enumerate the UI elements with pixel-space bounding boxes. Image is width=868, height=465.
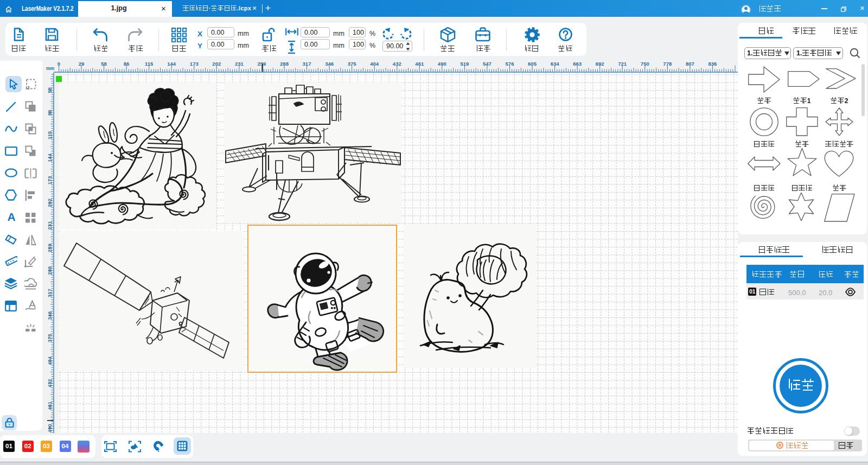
svg-text:461: 461 [47,401,53,410]
svg-text:317: 317 [303,61,311,67]
svg-text:346: 346 [325,61,334,67]
svg-text:115: 115 [145,61,154,67]
svg-text:202: 202 [47,199,53,207]
svg-text:404: 404 [47,356,53,365]
svg-text:663: 663 [573,61,582,67]
svg-text:346: 346 [47,311,53,320]
svg-text:259: 259 [47,244,53,252]
svg-text:173: 173 [190,61,199,67]
svg-text:432: 432 [47,379,53,387]
svg-text:432: 432 [393,61,401,67]
svg-text:58: 58 [47,87,53,93]
svg-text:807: 807 [686,61,694,67]
svg-text:461: 461 [415,61,424,67]
svg-text:231: 231 [235,61,244,67]
svg-text:144: 144 [167,61,176,67]
svg-text:173: 173 [47,176,53,184]
svg-text:288: 288 [280,61,289,67]
svg-text:144: 144 [47,153,53,162]
svg-text:519: 519 [460,61,469,67]
svg-text:634: 634 [551,61,560,67]
svg-text:231: 231 [47,221,53,230]
svg-text:0: 0 [58,61,60,67]
svg-text:547: 547 [483,61,492,67]
svg-text:29: 29 [79,61,85,67]
svg-text:86: 86 [47,110,53,116]
svg-text:115: 115 [47,131,53,139]
svg-text:490: 490 [438,61,446,67]
svg-text:576: 576 [506,61,514,67]
svg-text:mm: mm [46,66,55,71]
svg-text:58: 58 [101,61,107,67]
svg-text:202: 202 [212,61,221,67]
svg-text:605: 605 [528,61,537,67]
svg-text:404: 404 [370,61,379,67]
svg-text:721: 721 [618,61,627,67]
svg-text:288: 288 [47,266,53,275]
svg-text:259: 259 [257,61,266,67]
svg-text:86: 86 [124,61,130,67]
svg-text:317: 317 [47,289,53,297]
svg-text:750: 750 [641,61,649,67]
svg-text:375: 375 [348,61,357,67]
svg-text:692: 692 [596,61,604,67]
svg-text:778: 778 [663,61,672,67]
svg-text:375: 375 [47,334,53,343]
svg-text:490: 490 [47,424,53,432]
svg-text:836: 836 [708,61,717,67]
